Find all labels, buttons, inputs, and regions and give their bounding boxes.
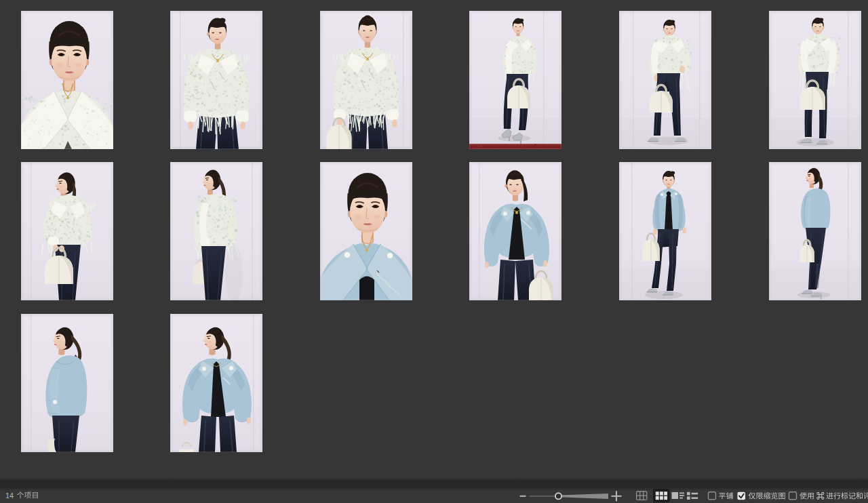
svg-text:14: 14	[5, 491, 14, 500]
